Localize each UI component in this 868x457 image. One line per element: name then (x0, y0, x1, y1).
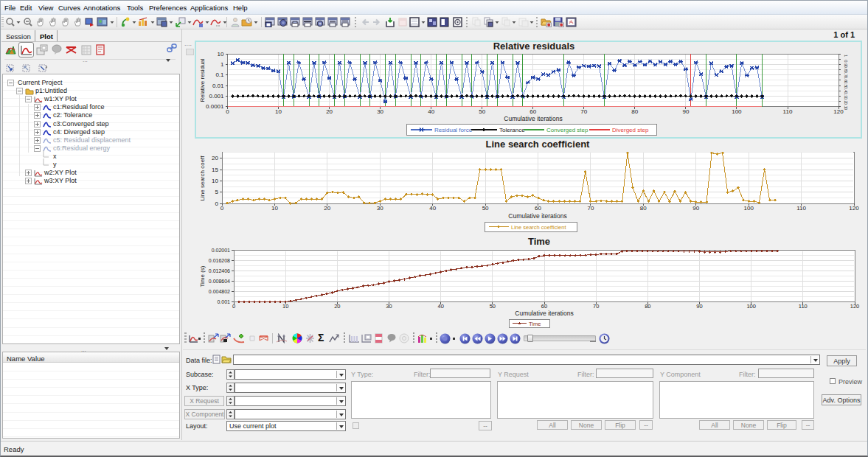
svg-text:110: 110 (783, 108, 793, 115)
svg-text:0.001: 0.001 (209, 93, 224, 100)
svg-text:30: 30 (377, 108, 383, 115)
svg-text:10: 10 (271, 205, 278, 212)
svg-text:0: 0 (221, 205, 224, 212)
svg-text:0.02001: 0.02001 (212, 248, 230, 253)
svg-text:60: 60 (535, 205, 541, 212)
svg-text:120: 120 (833, 108, 844, 115)
svg-text:0: 0 (232, 303, 235, 310)
svg-text:70: 70 (593, 303, 599, 310)
svg-text:Residual force: Residual force (434, 127, 473, 133)
svg-text:50: 50 (479, 108, 485, 115)
svg-text:60: 60 (530, 108, 536, 115)
svg-text:10: 10 (282, 303, 288, 310)
svg-text:50: 50 (482, 205, 489, 212)
svg-text:80: 80 (645, 303, 650, 310)
svg-text:Relative residual: Relative residual (199, 58, 206, 102)
svg-text:110: 110 (799, 303, 808, 310)
svg-text:120: 120 (850, 303, 860, 310)
svg-text:100: 100 (746, 303, 756, 310)
svg-text:50: 50 (490, 303, 496, 310)
svg-text:0: 0 (215, 200, 219, 207)
svg-text:40: 40 (429, 205, 436, 212)
svg-text:Cumulative iterations: Cumulative iterations (515, 310, 573, 317)
svg-text:20: 20 (326, 108, 333, 115)
svg-text:30: 30 (386, 303, 392, 310)
svg-text:10: 10 (218, 51, 224, 57)
svg-text:40: 40 (428, 108, 434, 115)
svg-text:Time: Time (529, 321, 541, 327)
svg-text:0.016208: 0.016208 (209, 258, 230, 263)
svg-text:100: 100 (744, 205, 754, 212)
svg-text:70: 70 (580, 108, 587, 115)
svg-text:Time (s): Time (s) (199, 265, 206, 287)
svg-text:0.01: 0.01 (212, 83, 224, 89)
svg-text:90: 90 (696, 303, 702, 310)
svg-text:Cumulative iterations: Cumulative iterations (508, 212, 566, 220)
svg-text:10: 10 (212, 178, 218, 184)
svg-text:0.001: 0.001 (217, 299, 230, 304)
svg-text:90: 90 (692, 205, 699, 212)
svg-text:70: 70 (587, 205, 594, 212)
svg-text:Converged step: Converged step (546, 127, 588, 133)
svg-text:10: 10 (275, 108, 282, 115)
svg-text:40: 40 (438, 303, 444, 310)
svg-text:20: 20 (334, 303, 340, 310)
svg-text:1: 1 (221, 61, 224, 68)
svg-text:120: 120 (849, 205, 859, 212)
svg-text:0.008604: 0.008604 (209, 279, 230, 284)
svg-text:30: 30 (377, 205, 383, 212)
svg-text:Line search coefficient: Line search coefficient (486, 139, 591, 150)
svg-text:80: 80 (631, 108, 638, 115)
svg-text:0.004802: 0.004802 (209, 289, 230, 294)
svg-text:Time: Time (528, 236, 550, 247)
svg-text:0: 0 (226, 108, 229, 115)
svg-text:20: 20 (212, 155, 218, 161)
svg-text:110: 110 (796, 205, 806, 212)
svg-text:0.1: 0.1 (215, 71, 224, 78)
svg-text:Diverged step: Diverged step (612, 127, 649, 133)
svg-text:80: 80 (640, 205, 647, 212)
svg-text:5: 5 (215, 189, 219, 195)
svg-text:90: 90 (682, 108, 689, 115)
svg-text:Tolerance: Tolerance (499, 127, 525, 133)
svg-text:Relative residuals: Relative residuals (493, 41, 575, 52)
svg-text:60: 60 (541, 303, 547, 310)
svg-text:0.0001: 0.0001 (206, 103, 224, 110)
svg-text:100: 100 (732, 108, 742, 115)
svg-text:1 of 1: 1 of 1 (833, 30, 855, 39)
svg-text:15: 15 (212, 167, 218, 173)
svg-text:....: .... (184, 40, 192, 47)
svg-text:20: 20 (324, 205, 330, 212)
svg-text:Cumulative iterations: Cumulative iterations (504, 115, 562, 122)
svg-text:Line search coeff: Line search coeff (199, 156, 206, 201)
svg-text:0.012406: 0.012406 (209, 268, 230, 273)
svg-text:Line search coefficient: Line search coefficient (511, 224, 566, 231)
